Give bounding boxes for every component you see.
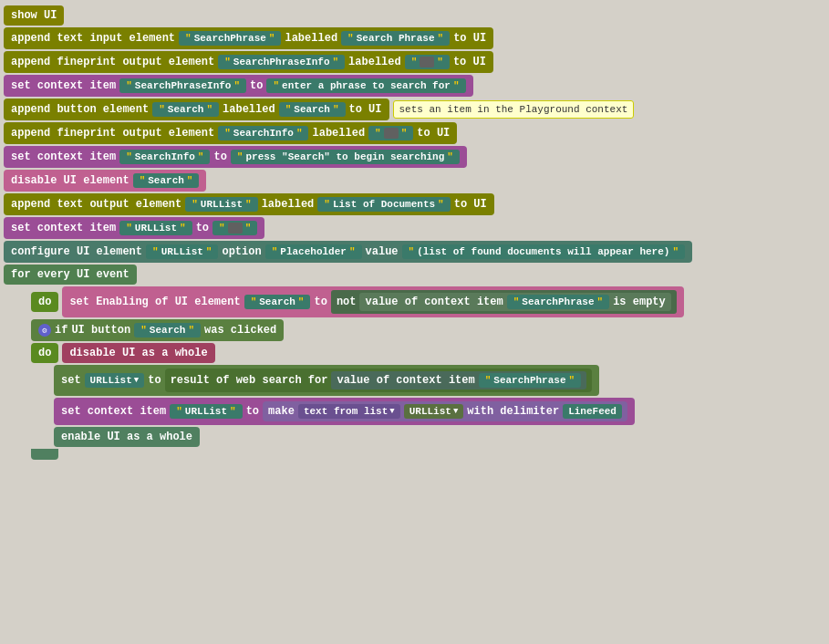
row-append-fineprint-1: append fineprint output element "SearchP…: [4, 51, 829, 73]
row-append-text-input: append text input element "SearchPhrase"…: [4, 27, 829, 49]
not-value-block[interactable]: not value of context item "SearchPhrase"…: [331, 290, 677, 314]
with-delimiter-text: with delimiter: [467, 405, 559, 418]
square-placeholder-1: [420, 57, 434, 68]
labelled-text5: labelled: [262, 198, 315, 211]
chip-searchinfo[interactable]: "SearchInfo": [218, 126, 308, 140]
to-text-3: to: [196, 222, 209, 234]
labelled-text1: labelled: [285, 32, 337, 45]
chip-square-2[interactable]: "": [368, 126, 413, 140]
chip-search-if[interactable]: "Search": [134, 323, 201, 338]
row-append-text-output: append text output element "URLList" lab…: [4, 193, 829, 215]
chip-searchphraseinfo-2[interactable]: "SearchPhraseInfo": [119, 78, 246, 93]
disable-ui-element-text: disable UI element: [11, 174, 130, 187]
chip-searchphrase-3[interactable]: "SearchPhrase": [479, 373, 581, 388]
if-label: if: [55, 324, 67, 337]
dropdown-arrow-1: ▼: [134, 376, 139, 385]
append-fineprint-1-block[interactable]: append fineprint output element "SearchP…: [4, 51, 493, 73]
make-block[interactable]: make text from list ▼ URLList ▼ with del…: [263, 401, 627, 421]
set-context-3-text: set context item: [11, 222, 116, 234]
if-block[interactable]: ⚙ if UI button "Search" was clicked: [31, 319, 284, 341]
append-text-output-block[interactable]: append text output element "URLList" lab…: [4, 193, 494, 215]
chip-press-search[interactable]: "press "Search" to begin searching": [231, 150, 460, 164]
row-show-ui: show UI: [4, 5, 829, 26]
enable-ui-whole-block[interactable]: enable UI as a whole: [54, 427, 200, 447]
row-if-search-clicked: ⚙ if UI button "Search" was clicked: [31, 319, 829, 341]
chip-urllist-3[interactable]: "URLList": [146, 244, 218, 259]
chip-square-1[interactable]: "": [405, 55, 450, 69]
set-context-1-text: set context item: [11, 79, 116, 92]
urllist-dropdown[interactable]: URLList ▼: [85, 373, 145, 388]
row-append-fineprint-2: append fineprint output element "SearchI…: [4, 122, 829, 144]
value-of-context-2-text: value of context item: [337, 374, 474, 387]
chip-search-phrase[interactable]: "Search Phrase": [341, 31, 450, 46]
configure-ui-block[interactable]: configure UI element "URLList" option "P…: [4, 241, 692, 263]
do-label-1: do: [31, 292, 58, 312]
bottom-connector: [31, 449, 58, 460]
labelled-text4: labelled: [312, 127, 365, 140]
row-set-context-urllist: set context item "URLList" to make text …: [54, 398, 829, 425]
make-text: make: [268, 405, 295, 418]
value-of-context-block-2[interactable]: value of context item "SearchPhrase": [331, 371, 586, 390]
chip-search-btn-2[interactable]: "Search": [279, 102, 346, 117]
chip-urllist-2[interactable]: "URLList": [119, 221, 192, 235]
labelled-text2: labelled: [348, 56, 401, 68]
row-set-urllist: set URLList ▼ to result of web search fo…: [54, 365, 829, 396]
result-web-search-block[interactable]: result of web search for value of contex…: [165, 369, 593, 392]
set-context-urllist-block[interactable]: set context item "URLList" to make text …: [54, 398, 635, 425]
square-placeholder-2: [384, 128, 399, 139]
row-set-context-3: set context item "URLList" to "": [4, 217, 829, 239]
dropdown-arrow-3: ▼: [453, 407, 458, 416]
set-label: set: [61, 374, 81, 387]
set-context-1-block[interactable]: set context item "SearchPhraseInfo" to "…: [4, 75, 473, 97]
value-of-context-block[interactable]: value of context item "SearchPhrase" is …: [359, 293, 670, 311]
chip-urllist[interactable]: "URLList": [185, 197, 257, 212]
set-context-2-block[interactable]: set context item "SearchInfo" to "press …: [4, 146, 467, 168]
chip-urllist-4[interactable]: "URLList": [170, 404, 242, 419]
set-context-2-text: set context item: [11, 151, 116, 163]
chip-searchphraseinfo[interactable]: "SearchPhraseInfo": [218, 55, 345, 69]
row-for-every-ui-event: for every UI event: [4, 265, 829, 285]
tooltip-sets-item: sets an item in the Playground context: [393, 100, 635, 119]
chip-search-enabling[interactable]: "Search": [244, 295, 311, 309]
not-label: not: [337, 296, 357, 308]
chip-searchphrase[interactable]: "SearchPhrase": [179, 31, 281, 46]
value-text: value: [366, 245, 399, 258]
for-every-ui-event-block[interactable]: for every UI event: [4, 265, 137, 285]
to-text-2: to: [213, 151, 226, 163]
append-text-input-block[interactable]: append text input element "SearchPhrase"…: [4, 27, 493, 49]
set-context-3-block[interactable]: set context item "URLList" to "": [4, 217, 264, 239]
set-enabling-block[interactable]: set Enabling of UI element "Search" to n…: [62, 286, 683, 317]
chip-search-disable[interactable]: "Search": [133, 173, 200, 188]
row-configure-ui: configure UI element "URLList" option "P…: [4, 241, 829, 263]
to-ui-text1: to UI: [453, 32, 486, 45]
chip-list-appear[interactable]: "(list of found documents will appear he…: [402, 244, 685, 259]
show-ui-block[interactable]: show UI: [4, 5, 64, 26]
to-text-1: to: [250, 79, 263, 92]
chip-searchinfo-2[interactable]: "SearchInfo": [119, 150, 210, 164]
do-label-2: do: [31, 343, 58, 363]
disable-ui-element-block[interactable]: disable UI element "Search": [4, 170, 206, 192]
dropdown-arrow-2: ▼: [389, 407, 394, 416]
row-disable-ui-element: disable UI element "Search": [4, 170, 829, 192]
chip-linefeed[interactable]: LineFeed: [563, 404, 622, 419]
chip-list-of-docs[interactable]: "List of Documents": [317, 197, 450, 212]
chip-searchphrase-2[interactable]: "SearchPhrase": [507, 295, 609, 309]
set-enabling-text: set Enabling of UI element: [69, 296, 240, 308]
row-set-context-2: set context item "SearchInfo" to "press …: [4, 146, 829, 168]
append-button-block[interactable]: append button element "Search" labelled …: [4, 99, 389, 120]
value-of-context-label: value of context item: [365, 296, 503, 308]
urllist-dropdown-2[interactable]: URLList ▼: [404, 404, 464, 419]
cog-icon: ⚙: [38, 324, 51, 337]
text-from-list-dropdown[interactable]: text from list ▼: [298, 404, 400, 419]
append-fineprint-2-block[interactable]: append fineprint output element "SearchI…: [4, 122, 457, 144]
chip-square-3[interactable]: "": [212, 221, 257, 235]
set-urllist-block[interactable]: set URLList ▼ to result of web search fo…: [54, 365, 599, 396]
show-ui-label: show UI: [11, 9, 57, 22]
result-of-web-search-text: result of web search for: [171, 374, 328, 387]
chip-search-btn[interactable]: "Search": [152, 102, 219, 117]
to-text-6: to: [246, 405, 259, 418]
chip-placeholder[interactable]: "Placeholder": [265, 244, 362, 259]
chip-enter-phrase[interactable]: "enter a phrase to search for": [266, 78, 465, 93]
disable-ui-whole-block[interactable]: disable UI as a whole: [62, 343, 214, 363]
was-clicked-text: was clicked: [204, 324, 276, 337]
